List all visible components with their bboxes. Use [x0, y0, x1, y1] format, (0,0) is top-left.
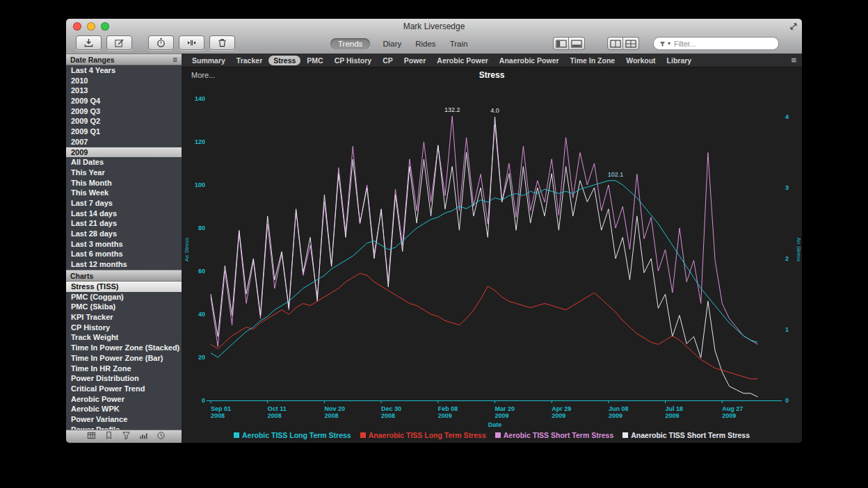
- tabbar-menu-icon[interactable]: ≡: [791, 56, 796, 65]
- svg-text:Feb 08: Feb 08: [438, 405, 458, 412]
- funnel-button[interactable]: [122, 430, 131, 443]
- trash-button[interactable]: [209, 35, 235, 50]
- chart-item-power-variance[interactable]: Power Variance: [66, 414, 182, 425]
- date-range-last-4-years[interactable]: Last 4 Years: [66, 65, 182, 76]
- svg-text:Dec 30: Dec 30: [381, 405, 401, 412]
- tile-view-button[interactable]: [607, 37, 623, 50]
- close-button[interactable]: [73, 22, 81, 31]
- chart-item-stress-tiss[interactable]: Stress (TISS): [66, 282, 182, 292]
- chart-item-cp-history[interactable]: CP History: [66, 323, 182, 333]
- tab-library[interactable]: Library: [662, 56, 697, 65]
- view-tab-trends[interactable]: Trends: [330, 38, 370, 49]
- chart-item-aerobic-power[interactable]: Aerobic Power: [66, 394, 182, 405]
- tab-cp-history[interactable]: CP History: [330, 56, 377, 65]
- date-range-last-14-days[interactable]: Last 14 days: [66, 209, 182, 219]
- bookmark-icon: [104, 430, 113, 442]
- date-ranges-header[interactable]: Date Ranges ≡: [66, 54, 182, 65]
- date-range-2009[interactable]: 2009: [66, 147, 182, 158]
- svg-text:2: 2: [785, 255, 789, 262]
- svg-text:40: 40: [198, 311, 205, 318]
- date-range-2007[interactable]: 2007: [66, 137, 182, 147]
- toolbar-left-buttons: [76, 35, 235, 50]
- filter-input[interactable]: [673, 39, 773, 49]
- chart-item-critical-power-trend[interactable]: Critical Power Trend: [66, 384, 182, 394]
- charts-header[interactable]: Charts: [66, 270, 182, 282]
- tab-workout[interactable]: Workout: [621, 56, 660, 65]
- tab-cp[interactable]: CP: [378, 56, 398, 65]
- window-chrome: Mark Liversedge TrendsDiaryRidesTrain ▾: [66, 19, 802, 54]
- minimize-button[interactable]: [87, 22, 95, 31]
- fullscreen-icon[interactable]: [789, 22, 798, 31]
- filter-field[interactable]: ▾: [653, 37, 779, 50]
- stress-chart[interactable]: Sep 012008Oct 112008Nov 202008Dec 302008…: [182, 67, 802, 430]
- chart-item-pmc-coggan[interactable]: PMC (Coggan): [66, 292, 182, 302]
- tab-tracker[interactable]: Tracker: [232, 56, 267, 65]
- date-range-2009-q3[interactable]: 2009 Q3: [66, 106, 182, 117]
- clock-button[interactable]: [156, 430, 166, 443]
- date-range-last-21-days[interactable]: Last 21 days: [66, 218, 182, 229]
- tab-aerobic-power[interactable]: Aerobic Power: [432, 56, 493, 65]
- date-range-last-3-months[interactable]: Last 3 months: [66, 239, 182, 250]
- legend-swatch: [622, 432, 628, 438]
- svg-text:2009: 2009: [609, 412, 622, 419]
- chart-item-pmc-skiba[interactable]: PMC (Skiba): [66, 302, 182, 312]
- panel-bottom-button[interactable]: [569, 37, 585, 50]
- chart-item-time-in-hr-zone[interactable]: Time In HR Zone: [66, 364, 182, 374]
- menu-icon[interactable]: ≡: [172, 55, 177, 65]
- date-range-2009-q2[interactable]: 2009 Q2: [66, 116, 182, 127]
- date-range-2010[interactable]: 2010: [66, 76, 182, 86]
- view-tab-train[interactable]: Train: [449, 38, 469, 49]
- date-range-this-month[interactable]: This Month: [66, 178, 182, 188]
- tab-anaerobic-power[interactable]: Anaerobic Power: [495, 56, 564, 65]
- date-range-last-6-months[interactable]: Last 6 months: [66, 249, 182, 259]
- panel-left-button[interactable]: [553, 37, 569, 50]
- legend-swatch: [360, 432, 366, 438]
- date-range-this-week[interactable]: This Week: [66, 188, 182, 198]
- save-button[interactable]: [76, 35, 102, 50]
- annotation-4-0: 4.0: [490, 107, 499, 114]
- svg-text:2008: 2008: [324, 412, 338, 419]
- date-range-2013[interactable]: 2013: [66, 86, 182, 96]
- date-range-all-dates[interactable]: All Dates: [66, 157, 182, 168]
- annotation-102-1: 102.1: [608, 171, 624, 178]
- date-range-last-28-days[interactable]: Last 28 days: [66, 229, 182, 239]
- chart-view-button[interactable]: [623, 37, 639, 50]
- tab-stress[interactable]: Stress: [268, 56, 300, 65]
- toolbar: TrendsDiaryRidesTrain ▾: [66, 34, 802, 54]
- app-window: Mark Liversedge TrendsDiaryRidesTrain ▾: [66, 19, 802, 443]
- chart-item-power-distribution[interactable]: Power Distribution: [66, 373, 182, 384]
- chart-item-time-in-power-zone-stacked[interactable]: Time In Power Zone (Stacked): [66, 343, 182, 353]
- chart-item-time-in-power-zone-bar[interactable]: Time In Power Zone (Bar): [66, 353, 182, 364]
- legend-label: Anaerobic TISS Short Term Stress: [631, 431, 750, 439]
- bookmark-button[interactable]: [104, 430, 113, 443]
- tab-summary[interactable]: Summary: [187, 56, 230, 65]
- chart-item-aerobic-wpk[interactable]: Aerobic WPK: [66, 404, 182, 414]
- sidebar-bottom-toolbar: [66, 430, 182, 443]
- view-tab-diary[interactable]: Diary: [381, 38, 403, 49]
- compose-button[interactable]: [106, 35, 132, 50]
- view-tab-rides[interactable]: Rides: [414, 38, 437, 49]
- title-bar[interactable]: Mark Liversedge: [66, 19, 802, 34]
- tab-time-in-zone[interactable]: Time In Zone: [565, 56, 620, 65]
- panel-left-icon: [556, 40, 567, 48]
- table-button[interactable]: [87, 430, 96, 443]
- bars-button[interactable]: [139, 430, 148, 443]
- tab-power[interactable]: Power: [399, 56, 431, 65]
- date-range-2009-q4[interactable]: 2009 Q4: [66, 96, 182, 106]
- date-range-2009-q1[interactable]: 2009 Q1: [66, 127, 182, 137]
- stopwatch-button[interactable]: [148, 35, 174, 50]
- chart-item-kpi-tracker[interactable]: KPI Tracker: [66, 312, 182, 323]
- date-range-last-7-days[interactable]: Last 7 days: [66, 198, 182, 209]
- zoom-button[interactable]: [101, 22, 109, 31]
- chart-item-power-profile[interactable]: Power Profile: [66, 425, 182, 430]
- intervals-button[interactable]: [179, 35, 204, 50]
- date-range-last-12-months[interactable]: Last 12 months: [66, 259, 182, 270]
- series-aerobic-tiss-long-term-stress: [211, 181, 757, 357]
- chart-list: Stress (TISS)PMC (Coggan)PMC (Skiba)KPI …: [66, 282, 182, 430]
- date-range-this-year[interactable]: This Year: [66, 168, 182, 178]
- date-range-list: Last 4 Years201020132009 Q42009 Q32009 Q…: [66, 65, 182, 270]
- tab-pmc[interactable]: PMC: [302, 56, 328, 65]
- chart-item-track-weight[interactable]: Track Weight: [66, 332, 182, 343]
- svg-text:2009: 2009: [722, 412, 736, 419]
- chart-tabs: SummaryTrackerStressPMCCP HistoryCPPower…: [187, 56, 696, 65]
